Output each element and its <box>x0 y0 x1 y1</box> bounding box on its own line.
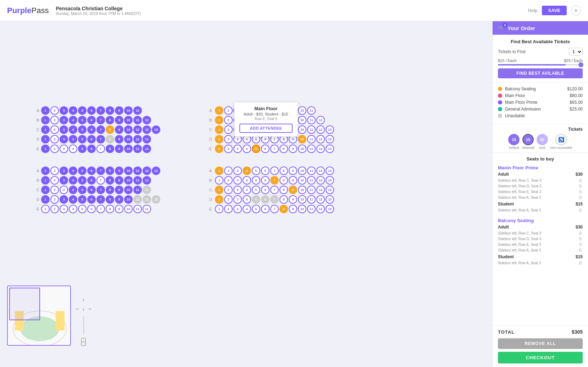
seat[interactable]: 9 <box>289 166 297 175</box>
seat[interactable]: 12 <box>316 205 325 213</box>
seat[interactable]: 8 <box>279 195 288 204</box>
seat[interactable]: 4 <box>69 145 77 153</box>
seat[interactable]: 3 <box>60 195 68 204</box>
seat-delete-button[interactable]: 🗑 <box>578 248 583 253</box>
seat[interactable]: 4 <box>69 116 77 124</box>
seat[interactable]: 8 <box>106 195 114 204</box>
seat[interactable]: 6 <box>87 195 96 204</box>
seat[interactable]: 7 <box>270 195 279 204</box>
save-button[interactable]: SAVE <box>542 6 567 15</box>
seat[interactable]: 11 <box>152 166 160 175</box>
seat[interactable]: 12 <box>316 116 325 124</box>
seat-delete-button[interactable]: 🗑 <box>578 208 583 213</box>
seat[interactable]: 7 <box>96 166 105 175</box>
seat[interactable]: 8 <box>106 106 114 115</box>
seat[interactable]: 13 <box>326 186 334 194</box>
seat[interactable]: 9 <box>289 145 297 153</box>
seat-delete-button[interactable]: 🗑 <box>578 195 583 200</box>
seat[interactable]: 1 <box>41 145 50 153</box>
seat[interactable]: 1 <box>215 205 223 213</box>
seat[interactable]: 9 <box>115 205 123 213</box>
seat[interactable]: 4 <box>243 166 251 175</box>
seat[interactable]: 3 <box>60 106 68 115</box>
seat[interactable]: 11 <box>307 176 316 185</box>
seat[interactable]: 6 <box>87 176 96 185</box>
seat[interactable]: 6 <box>261 205 270 213</box>
seat[interactable]: 7 <box>270 166 279 175</box>
seat[interactable]: 8 <box>279 166 288 175</box>
seat[interactable]: 2 <box>50 145 59 153</box>
seat[interactable]: 10 <box>124 106 133 115</box>
seat[interactable]: 2 <box>50 116 59 124</box>
seat[interactable]: 9 <box>289 195 297 204</box>
seat[interactable]: 10 <box>124 125 133 134</box>
seat[interactable]: 5 <box>78 195 87 204</box>
seat[interactable]: 12 <box>143 125 151 134</box>
seat[interactable]: 1 <box>215 116 223 124</box>
seat[interactable]: 1 <box>41 176 50 185</box>
seat-delete-button[interactable]: 🗑 <box>578 236 583 241</box>
seat[interactable]: 9 <box>115 195 123 204</box>
seat[interactable]: 13 <box>326 176 334 185</box>
seat[interactable]: 5 <box>78 116 87 124</box>
seat[interactable]: 4 <box>69 176 77 185</box>
seat[interactable]: 4 <box>69 106 77 115</box>
seat[interactable]: 6 <box>87 116 96 124</box>
seat[interactable]: 4 <box>243 205 251 213</box>
seat[interactable]: 7 <box>270 176 279 185</box>
seat[interactable]: 7 <box>96 106 105 115</box>
seat[interactable]: 7 <box>96 195 105 204</box>
seat[interactable]: 10 <box>298 106 306 115</box>
add-attendee-button[interactable]: ADD ATTENDEE <box>239 124 293 133</box>
seat[interactable]: 4 <box>243 186 251 194</box>
seat[interactable]: 11 <box>133 186 142 194</box>
seat[interactable]: 9 <box>115 176 123 185</box>
seat[interactable]: 9 <box>115 145 123 153</box>
seat-delete-button[interactable]: 🗑 <box>578 189 583 194</box>
seat[interactable]: 5 <box>78 135 87 143</box>
seat[interactable]: 3 <box>60 135 68 143</box>
seat[interactable]: 8 <box>279 186 288 194</box>
remove-all-button[interactable]: REMOVE ALL <box>498 338 583 349</box>
nav-right-button[interactable]: → <box>86 305 93 312</box>
seat[interactable]: 11 <box>133 106 142 115</box>
seat[interactable]: 1 <box>215 166 223 175</box>
seat[interactable]: 2 <box>224 125 233 134</box>
seat[interactable]: 13 <box>152 195 160 204</box>
seat[interactable]: 5 <box>252 205 260 213</box>
seat[interactable]: 9 <box>289 176 297 185</box>
seat[interactable]: 10 <box>124 195 133 204</box>
seat-with-tooltip[interactable]: 5 <box>252 145 260 153</box>
seat[interactable]: 9 <box>289 205 297 213</box>
tickets-to-find-select[interactable]: 1234 <box>569 48 583 56</box>
seat[interactable]: 5 <box>78 186 87 194</box>
seat[interactable]: 11 <box>307 195 316 204</box>
seat[interactable]: 1 <box>215 125 223 134</box>
seat[interactable]: 8 <box>279 176 288 185</box>
seat[interactable]: 11 <box>143 195 151 204</box>
seat[interactable]: 13 <box>326 195 334 204</box>
seat[interactable]: 6 <box>87 125 96 134</box>
seat[interactable]: 11 <box>307 186 316 194</box>
seat[interactable]: 9 <box>115 116 123 124</box>
seat-delete-button[interactable]: 🗑 <box>578 231 583 236</box>
seat[interactable]: 11 <box>133 195 142 204</box>
seat[interactable]: 7 <box>96 186 105 194</box>
seat[interactable]: 1 <box>41 186 50 194</box>
seat[interactable]: 2 <box>50 195 59 204</box>
seat[interactable]: 3 <box>60 166 68 175</box>
seat[interactable]: 5 <box>252 166 260 175</box>
seat[interactable]: 11 <box>307 166 316 175</box>
seat[interactable]: 9 <box>115 125 123 134</box>
seat[interactable]: 12 <box>316 166 325 175</box>
seat[interactable]: 2 <box>50 106 59 115</box>
seat[interactable]: 2 <box>224 186 233 194</box>
seat[interactable]: 12 <box>316 186 325 194</box>
seat[interactable]: 5 <box>78 145 87 153</box>
seat[interactable]: 11 <box>307 205 316 213</box>
seat[interactable]: 2 <box>224 145 233 153</box>
seat[interactable]: 1 <box>215 195 223 204</box>
seat[interactable]: 8 <box>106 166 114 175</box>
seat[interactable]: 11 <box>133 116 142 124</box>
seat[interactable]: 8 <box>106 186 114 194</box>
